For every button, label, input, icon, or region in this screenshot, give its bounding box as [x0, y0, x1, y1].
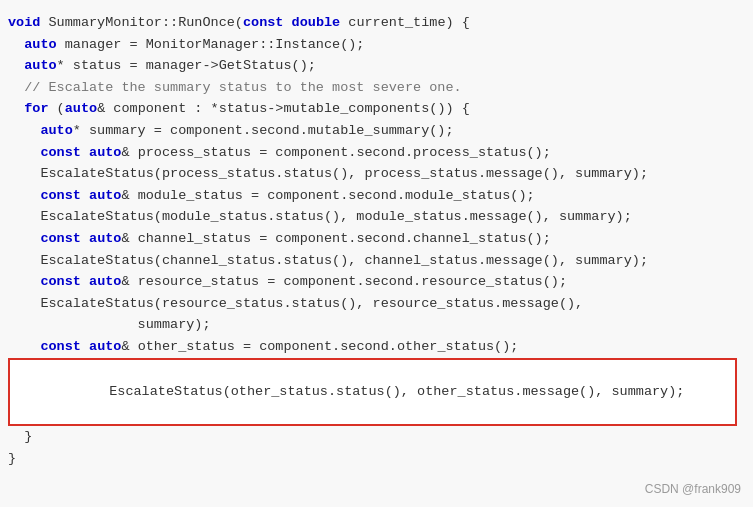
code-line: const auto& process_status = component.s…	[8, 142, 737, 164]
plain-text: EscalateStatus(channel_status.status(), …	[8, 250, 648, 272]
plain-text: }	[8, 448, 16, 470]
keyword: const	[243, 12, 284, 34]
keyword: auto	[89, 228, 121, 250]
keyword: auto	[89, 185, 121, 207]
plain-text: EscalateStatus(resource_status.status(),…	[8, 293, 583, 315]
plain-text: & module_status = component.second.modul…	[121, 185, 534, 207]
plain-text	[8, 228, 40, 250]
keyword: auto	[24, 34, 56, 56]
plain-text: manager = MonitorManager::Instance();	[57, 34, 365, 56]
plain-text: SummaryMonitor::RunOnce(	[40, 12, 243, 34]
code-line: summary);	[8, 314, 737, 336]
plain-text	[8, 185, 40, 207]
keyword: const	[40, 185, 81, 207]
code-line: EscalateStatus(module_status.status(), m…	[8, 206, 737, 228]
keyword: auto	[24, 55, 56, 77]
watermark: CSDN @frank909	[645, 480, 741, 499]
plain-text: & other_status = component.second.other_…	[121, 336, 518, 358]
code-line: EscalateStatus(channel_status.status(), …	[8, 250, 737, 272]
code-line: const auto& resource_status = component.…	[8, 271, 737, 293]
code-line: EscalateStatus(resource_status.status(),…	[8, 293, 737, 315]
plain-text: EscalateStatus(other_status.status(), ot…	[77, 384, 685, 399]
keyword: void	[8, 12, 40, 34]
highlight-box: EscalateStatus(other_status.status(), ot…	[8, 358, 737, 427]
keyword: for	[24, 98, 48, 120]
plain-text: EscalateStatus(process_status.status(), …	[8, 163, 648, 185]
code-block: void SummaryMonitor::RunOnce(const doubl…	[8, 12, 737, 469]
plain-text: & channel_status = component.second.chan…	[121, 228, 550, 250]
plain-text	[81, 271, 89, 293]
plain-text	[8, 271, 40, 293]
comment-text: // Escalate the summary status to the mo…	[8, 77, 462, 99]
keyword: auto	[65, 98, 97, 120]
plain-text	[8, 98, 24, 120]
keyword: const	[40, 271, 81, 293]
plain-text: EscalateStatus(module_status.status(), m…	[8, 206, 632, 228]
keyword: double	[292, 12, 341, 34]
code-line: for (auto& component : *status->mutable_…	[8, 98, 737, 120]
keyword: const	[40, 336, 81, 358]
plain-text	[8, 55, 24, 77]
plain-text: & process_status = component.second.proc…	[121, 142, 550, 164]
plain-text: (	[49, 98, 65, 120]
plain-text	[8, 336, 40, 358]
code-line: void SummaryMonitor::RunOnce(const doubl…	[8, 12, 737, 34]
plain-text: summary);	[8, 314, 211, 336]
keyword: auto	[89, 271, 121, 293]
plain-text	[81, 336, 89, 358]
code-container: void SummaryMonitor::RunOnce(const doubl…	[0, 0, 753, 507]
highlighted-code-line: EscalateStatus(other_status.status(), ot…	[8, 358, 737, 427]
keyword: auto	[40, 120, 72, 142]
plain-text	[8, 120, 40, 142]
plain-text: & resource_status = component.second.res…	[121, 271, 567, 293]
keyword: auto	[89, 336, 121, 358]
code-line: auto* summary = component.second.mutable…	[8, 120, 737, 142]
plain-text: current_time) {	[340, 12, 470, 34]
plain-text	[81, 142, 89, 164]
code-line: const auto& module_status = component.se…	[8, 185, 737, 207]
plain-text	[81, 185, 89, 207]
plain-text: * status = manager->GetStatus();	[57, 55, 316, 77]
code-line: auto manager = MonitorManager::Instance(…	[8, 34, 737, 56]
keyword: auto	[89, 142, 121, 164]
keyword: const	[40, 142, 81, 164]
code-line: const auto& channel_status = component.s…	[8, 228, 737, 250]
code-line: const auto& other_status = component.sec…	[8, 336, 737, 358]
plain-text	[8, 34, 24, 56]
code-line: EscalateStatus(process_status.status(), …	[8, 163, 737, 185]
code-line: }	[8, 426, 737, 448]
plain-text	[8, 142, 40, 164]
plain-text: }	[8, 426, 32, 448]
keyword: const	[40, 228, 81, 250]
code-line: auto* status = manager->GetStatus();	[8, 55, 737, 77]
plain-text	[81, 228, 89, 250]
plain-text: & component : *status->mutable_component…	[97, 98, 470, 120]
plain-text: * summary = component.second.mutable_sum…	[73, 120, 454, 142]
code-line: }	[8, 448, 737, 470]
plain-text	[283, 12, 291, 34]
code-line: // Escalate the summary status to the mo…	[8, 77, 737, 99]
